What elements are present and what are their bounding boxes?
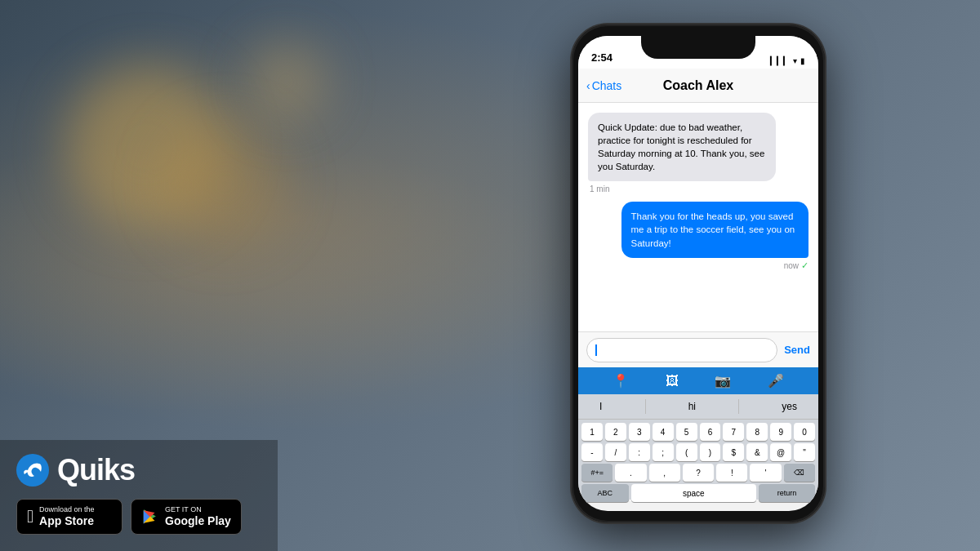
pred-divider-1 (645, 399, 646, 414)
key-question[interactable]: ? (683, 464, 714, 482)
key-row-1: 1 2 3 4 5 6 7 8 9 0 (581, 423, 815, 441)
branding-overlay: Quiks  Download on the App Store GET IT… (0, 440, 278, 551)
status-time: 2:54 (591, 51, 612, 65)
quiks-logo-icon (16, 454, 49, 487)
bokeh-light-2 (163, 122, 286, 245)
keyboard: 1 2 3 4 5 6 7 8 9 0 - / : ; ( ) (578, 420, 818, 500)
key-space[interactable]: space (631, 484, 756, 502)
message-text-1: Quick Update: due to bad weather, practi… (598, 122, 764, 171)
google-play-icon (141, 508, 159, 526)
nav-back-button[interactable]: ‹ Chats (586, 79, 621, 92)
quick-actions-bar: 📍 🖼 📷 🎤 (578, 367, 818, 394)
key-3[interactable]: 3 (629, 423, 650, 441)
pred-word-1[interactable]: I (599, 401, 602, 412)
input-bar: Send (578, 331, 818, 367)
store-buttons:  Download on the App Store GET IT ON Go… (16, 499, 261, 535)
status-icons: ▎▎▎ ▾ ▮ (770, 56, 805, 65)
location-icon[interactable]: 📍 (612, 373, 629, 389)
key-row-2: - / : ; ( ) $ & @ " (581, 443, 815, 461)
apple-icon:  (27, 506, 33, 527)
svg-point-0 (16, 454, 49, 487)
key-quote[interactable]: " (794, 443, 815, 461)
key-dollar[interactable]: $ (723, 443, 744, 461)
app-store-line1: Download on the (39, 505, 95, 514)
message-text-sent-1: Thank you for the heads up, you saved me… (631, 211, 795, 247)
google-play-line1: GET IT ON (165, 505, 231, 514)
brand-logo: Quiks (16, 453, 261, 487)
key-8[interactable]: 8 (746, 423, 768, 441)
battery-icon: ▮ (800, 56, 805, 65)
pred-word-2[interactable]: hi (688, 401, 696, 412)
bokeh-light-3 (245, 41, 327, 122)
predictive-text-bar: I hi yes (578, 394, 818, 420)
message-sent-1: Thank you for the heads up, you saved me… (621, 202, 809, 257)
send-button[interactable]: Send (784, 344, 810, 356)
key-7[interactable]: 7 (723, 423, 744, 441)
message-sent-status: now ✓ (784, 260, 808, 271)
message-input[interactable] (586, 338, 777, 362)
key-ampersand[interactable]: & (746, 443, 768, 461)
chevron-left-icon: ‹ (586, 79, 590, 92)
key-symbols[interactable]: #+= (581, 464, 612, 482)
nav-bar: ‹ Chats Coach Alex (578, 69, 818, 103)
key-return[interactable]: return (759, 484, 815, 502)
signal-icon: ▎▎▎ (770, 56, 790, 65)
key-colon[interactable]: : (629, 443, 650, 461)
google-play-text: GET IT ON Google Play (165, 505, 231, 528)
key-exclamation[interactable]: ! (716, 464, 747, 482)
key-semicolon[interactable]: ; (653, 443, 674, 461)
notch (641, 36, 755, 59)
phone-container: 2:54 ▎▎▎ ▾ ▮ ‹ Chats Coach Alex Quick Up… (523, 8, 915, 547)
key-row-3: #+= . , ? ! ' ⌫ (581, 464, 815, 482)
app-store-line2: App Store (39, 514, 95, 528)
app-store-text: Download on the App Store (39, 505, 95, 528)
key-close-paren[interactable]: ) (700, 443, 721, 461)
key-open-paren[interactable]: ( (676, 443, 697, 461)
nav-title: Coach Alex (663, 78, 734, 93)
key-dash[interactable]: - (581, 443, 603, 461)
camera-icon[interactable]: 📷 (715, 373, 731, 389)
key-abc[interactable]: ABC (581, 484, 629, 502)
brand-name: Quiks (57, 453, 135, 487)
phone-screen: 2:54 ▎▎▎ ▾ ▮ ‹ Chats Coach Alex Quick Up… (578, 36, 818, 511)
message-time-sent: now (784, 261, 799, 270)
key-5[interactable]: 5 (676, 423, 697, 441)
pred-word-3[interactable]: yes (782, 401, 797, 412)
key-1[interactable]: 1 (581, 423, 603, 441)
phone-body: 2:54 ▎▎▎ ▾ ▮ ‹ Chats Coach Alex Quick Up… (572, 24, 825, 522)
key-2[interactable]: 2 (605, 423, 626, 441)
key-6[interactable]: 6 (700, 423, 721, 441)
key-9[interactable]: 9 (770, 423, 791, 441)
key-backspace[interactable]: ⌫ (784, 464, 815, 482)
key-0[interactable]: 0 (794, 423, 815, 441)
key-slash[interactable]: / (605, 443, 626, 461)
key-at[interactable]: @ (770, 443, 791, 461)
app-store-button[interactable]:  Download on the App Store (16, 499, 122, 535)
google-play-line2: Google Play (165, 514, 231, 528)
text-cursor (595, 344, 597, 356)
microphone-icon[interactable]: 🎤 (768, 373, 784, 389)
delivered-checkmark-icon: ✓ (801, 260, 808, 271)
message-received-1: Quick Update: due to bad weather, practi… (588, 113, 776, 181)
key-4[interactable]: 4 (653, 423, 674, 441)
key-period[interactable]: . (615, 464, 646, 482)
wifi-icon: ▾ (793, 56, 797, 65)
image-icon[interactable]: 🖼 (666, 374, 679, 389)
message-time-1: 1 min (588, 184, 808, 193)
key-row-4: ABC space return (581, 484, 815, 502)
key-apostrophe[interactable]: ' (750, 464, 781, 482)
nav-back-label: Chats (592, 79, 622, 92)
messages-area: Quick Update: due to bad weather, practi… (578, 103, 818, 331)
pred-divider-2 (738, 399, 739, 414)
key-comma[interactable]: , (649, 464, 680, 482)
message-sent-wrapper-1: Thank you for the heads up, you saved me… (588, 202, 808, 270)
google-play-button[interactable]: GET IT ON Google Play (131, 499, 242, 535)
